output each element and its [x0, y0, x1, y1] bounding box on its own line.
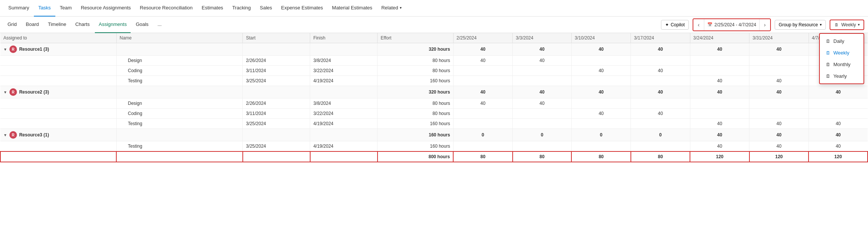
task-weekly-value: 40 — [749, 76, 809, 86]
subnav-grid[interactable]: Grid — [4, 17, 21, 33]
resource-empty-cell — [116, 129, 243, 141]
task-weekly-value — [690, 98, 749, 109]
resource-assigned-cell: ▼ R Resource3 (1) — [0, 129, 116, 141]
task-weekly-value — [571, 141, 630, 152]
sub-navigation: Grid Board Timeline Charts Assignments G… — [0, 17, 868, 33]
calendar-icon: 🗓 — [826, 39, 830, 44]
resource-weekly-value: 40 — [453, 43, 512, 56]
resource-effort: 320 hours — [378, 43, 453, 56]
total-weekly-value: 80 — [571, 151, 630, 162]
task-weekly-value — [571, 119, 630, 129]
task-weekly-value — [453, 66, 512, 76]
resource-avatar: R — [9, 131, 17, 139]
task-weekly-value — [513, 141, 572, 152]
task-weekly-value — [631, 98, 690, 109]
total-weekly-value: 80 — [513, 151, 572, 162]
resource-weekly-value: 40 — [513, 43, 572, 56]
dropdown-item-yearly[interactable]: 🗓Yearly — [820, 70, 863, 82]
header-date-1: 3/3/2024 — [513, 33, 572, 43]
total-empty-cell — [0, 151, 116, 162]
dropdown-item-weekly[interactable]: 🗓Weekly — [820, 47, 863, 59]
task-weekly-value: 40 — [809, 141, 868, 152]
group-by-button[interactable]: Group by Resource ▾ — [775, 20, 826, 30]
task-name: Coding — [116, 66, 243, 76]
tab-resource-reconciliation[interactable]: Resource Reconciliation — [136, 0, 197, 17]
resource-weekly-value: 40 — [631, 86, 690, 98]
copilot-button[interactable]: ✦ Copilot — [661, 20, 689, 30]
dropdown-item-daily[interactable]: 🗓Daily — [820, 35, 863, 47]
header-date-2: 3/10/2024 — [571, 33, 630, 43]
task-weekly-value: 40 — [631, 109, 690, 119]
task-weekly-value — [809, 109, 868, 119]
resource-empty-cell — [243, 43, 310, 56]
subnav-timeline[interactable]: Timeline — [44, 17, 70, 33]
collapse-arrow[interactable]: ▼ — [3, 133, 7, 137]
task-assigned-cell — [0, 98, 116, 109]
weekly-button[interactable]: 🗓 Weekly ▾ — [830, 20, 864, 30]
task-finish: 4/19/2024 — [310, 76, 378, 86]
chevron-down-icon: ▾ — [820, 23, 822, 27]
resource-row: ▼ R Resource3 (1) 160 hours0000404040 — [0, 129, 868, 141]
header-effort: Effort — [378, 33, 453, 43]
subnav-charts[interactable]: Charts — [72, 17, 93, 33]
tab-material-estimates[interactable]: Material Estimates — [327, 0, 377, 17]
task-weekly-value — [513, 76, 572, 86]
collapse-arrow[interactable]: ▼ — [3, 90, 7, 94]
resource-weekly-value: 40 — [453, 86, 512, 98]
task-finish: 4/19/2024 — [310, 141, 378, 152]
subnav-board[interactable]: Board — [22, 17, 43, 33]
task-weekly-value — [513, 66, 572, 76]
task-weekly-value: 40 — [690, 76, 749, 86]
task-start: 3/25/2024 — [243, 141, 310, 152]
task-weekly-value: 40 — [631, 66, 690, 76]
tab-estimates[interactable]: Estimates — [197, 0, 228, 17]
task-weekly-value: 40 — [513, 56, 572, 66]
date-next-button[interactable]: › — [760, 19, 770, 30]
table-row: Testing3/25/20244/19/2024160 hours404040 — [0, 119, 868, 129]
tab-sales[interactable]: Sales — [255, 0, 277, 17]
resource-effort: 160 hours — [378, 129, 453, 141]
total-row: 800 hours80808080120120120 — [0, 151, 868, 162]
task-weekly-value — [631, 141, 690, 152]
subnav-assignments[interactable]: Assignments — [95, 17, 130, 33]
header-date-3: 3/17/2024 — [631, 33, 690, 43]
total-weekly-value: 120 — [809, 151, 868, 162]
subnav-more[interactable]: ... — [154, 17, 166, 33]
task-weekly-value — [749, 109, 809, 119]
tab-summary[interactable]: Summary — [4, 0, 34, 17]
total-effort: 800 hours — [378, 151, 453, 162]
tab-tasks[interactable]: Tasks — [34, 0, 55, 17]
tab-tracking[interactable]: Tracking — [228, 0, 255, 17]
resource-weekly-value: 0 — [571, 129, 630, 141]
task-assigned-cell — [0, 141, 116, 152]
tab-team[interactable]: Team — [55, 0, 76, 17]
tab-expense-estimates[interactable]: Expense Estimates — [277, 0, 327, 17]
table-row: Design2/26/20243/8/202480 hours4040 — [0, 98, 868, 109]
table-header-row: Assigned to Name Start Finish Effort 2/2… — [0, 33, 868, 43]
task-weekly-value — [749, 98, 809, 109]
header-date-4: 3/24/2024 — [690, 33, 749, 43]
tab-related[interactable]: Related ▾ — [377, 0, 406, 17]
task-start: 2/26/2024 — [243, 56, 310, 66]
tab-resource-assignments[interactable]: Resource Assignments — [76, 0, 136, 17]
task-name: Testing — [116, 76, 243, 86]
task-weekly-value — [631, 56, 690, 66]
resource-avatar: R — [9, 88, 17, 96]
task-start: 2/26/2024 — [243, 98, 310, 109]
date-range-navigator: ‹ 📅 2/25/2024 - 4/7/2024 › — [693, 18, 771, 31]
header-start: Start — [243, 33, 310, 43]
subnav-goals[interactable]: Goals — [132, 17, 152, 33]
table-row: Testing3/25/20244/19/2024160 hours404040 — [0, 141, 868, 152]
table-row: Coding3/11/20243/22/202480 hours4040 — [0, 109, 868, 119]
task-weekly-value: 40 — [690, 141, 749, 152]
dropdown-item-monthly[interactable]: 🗓Monthly — [820, 59, 863, 70]
resource-name: Resource1 (3) — [19, 47, 49, 52]
collapse-arrow[interactable]: ▼ — [3, 47, 7, 51]
task-weekly-value — [690, 66, 749, 76]
task-weekly-value — [513, 119, 572, 129]
resource-weekly-value: 40 — [749, 43, 809, 56]
header-date-0: 2/25/2024 — [453, 33, 512, 43]
date-prev-button[interactable]: ‹ — [693, 19, 704, 30]
task-assigned-cell — [0, 76, 116, 86]
header-assigned-to: Assigned to — [0, 33, 116, 43]
